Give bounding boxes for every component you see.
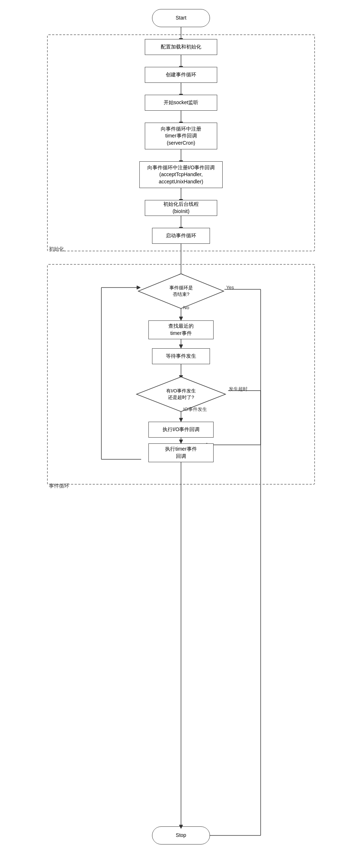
loop1-node: 查找最近的 timer事件 bbox=[148, 320, 214, 339]
init1-node: 配置加载和初始化 bbox=[145, 39, 217, 55]
loop2-node: 等待事件发生 bbox=[152, 348, 210, 364]
init2-node: 创建事件循环 bbox=[145, 67, 217, 83]
loop4-node: 执行timer事件 回调 bbox=[148, 443, 214, 462]
no-label: No bbox=[183, 305, 189, 310]
decision1-node: 事件循环是 否结束? bbox=[138, 273, 224, 309]
start-node: Start bbox=[152, 9, 210, 27]
timeout-label: 发生超时 bbox=[229, 386, 248, 392]
io-label: IO事件发生 bbox=[183, 406, 207, 413]
init5-node: 向事件循环中注册I/O事件回调 (acceptTcpHandler, accep… bbox=[139, 161, 223, 188]
init3-node: 开始socket监听 bbox=[145, 95, 217, 111]
yes-label: Yes bbox=[226, 285, 234, 290]
event-loop-region-label: 事件循环 bbox=[49, 483, 69, 489]
stop-node: Stop bbox=[152, 826, 210, 844]
init7-node: 启动事件循环 bbox=[152, 228, 210, 244]
diagram-container: Start 初始化 配置加载和初始化 创建事件循环 开始socket监听 向事件… bbox=[0, 0, 362, 868]
loop3-node: 执行I/O事件回调 bbox=[148, 422, 214, 438]
decision2-node: 有I/O事件发生 还是超时了? bbox=[136, 376, 226, 412]
init4-node: 向事件循环中注册 timer事件回调 (serverCron) bbox=[145, 123, 217, 149]
init-region-label: 初始化 bbox=[49, 246, 64, 252]
init6-node: 初始化后台线程 (bioInit) bbox=[145, 200, 217, 216]
